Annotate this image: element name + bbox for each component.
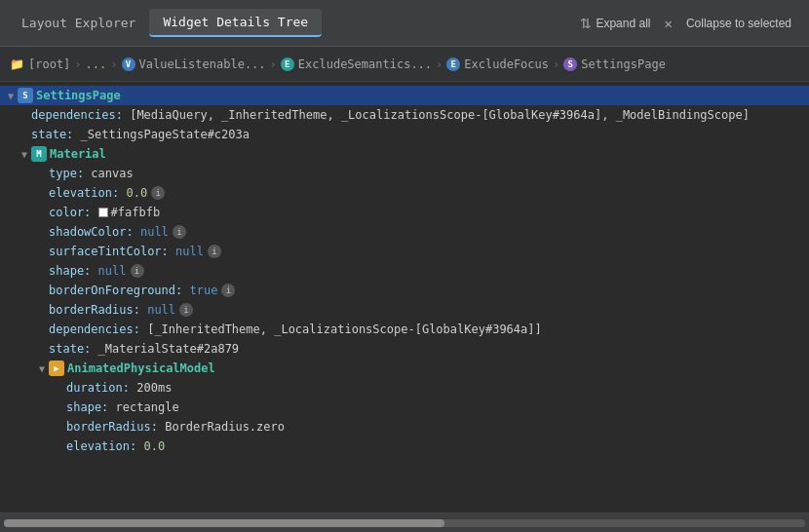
property-value: null bbox=[140, 225, 169, 239]
info-button[interactable]: i bbox=[131, 264, 144, 278]
folder-icon: 📁 bbox=[10, 57, 24, 71]
breadcrumb-sep-3: › bbox=[270, 57, 277, 71]
tree-row: borderRadius: null i bbox=[0, 300, 809, 320]
info-button[interactable]: i bbox=[221, 284, 235, 297]
property-value: _MaterialState#2a879 bbox=[98, 342, 240, 356]
property-value: 0.0 bbox=[143, 439, 165, 453]
tab-widget-details-tree[interactable]: Widget Details Tree bbox=[149, 9, 322, 37]
color-swatch bbox=[98, 208, 108, 217]
breadcrumb-ellipsis[interactable]: ... bbox=[86, 57, 107, 71]
collapse-label: Collapse to selected bbox=[686, 17, 791, 30]
tree-row: state: _MaterialState#2a879 bbox=[0, 339, 809, 359]
breadcrumb: 📁 [root] › ... › V ValueListenable... › … bbox=[0, 47, 809, 82]
tree-row: state: _SettingsPageState#c203a bbox=[0, 125, 809, 144]
tree-row: color: #fafbfb bbox=[0, 203, 809, 222]
property-value: null bbox=[147, 303, 175, 317]
info-button[interactable]: i bbox=[173, 225, 186, 239]
tree-row: dependencies: [_InheritedTheme, _Localiz… bbox=[0, 320, 809, 339]
breadcrumb-ellipsis-label: ... bbox=[86, 57, 107, 71]
tree-row[interactable]: ▶ AnimatedPhysicalModel bbox=[0, 359, 809, 378]
tree-row: shape: rectangle bbox=[0, 398, 809, 417]
breadcrumb-sep-2: › bbox=[110, 57, 117, 71]
info-button[interactable]: i bbox=[179, 303, 193, 317]
tree-row: duration: 200ms bbox=[0, 378, 809, 398]
tree-row: shadowColor: null i bbox=[0, 222, 809, 242]
expand-all-button[interactable]: ⇅ Expand all bbox=[570, 12, 660, 35]
horizontal-scrollbar[interactable] bbox=[0, 513, 809, 532]
tree-row: borderRadius: BorderRadius.zero bbox=[0, 417, 809, 437]
toggle-settingspage[interactable] bbox=[4, 89, 18, 102]
breadcrumb-valuelistenable-label: ValueListenable... bbox=[139, 57, 266, 71]
property-value: BorderRadius.zero bbox=[165, 420, 285, 434]
property-key: elevation: bbox=[49, 186, 119, 200]
property-key: dependencies: bbox=[31, 108, 123, 122]
property-key: shape: bbox=[66, 400, 108, 414]
badge-valuelistenable: V bbox=[122, 57, 135, 71]
property-value: #fafbfb bbox=[111, 206, 161, 219]
expand-all-label: Expand all bbox=[596, 17, 650, 30]
toolbar-actions: ⇅ Expand all ✕ Collapse to selected bbox=[570, 12, 801, 35]
info-button[interactable]: i bbox=[151, 186, 165, 200]
property-key: elevation: bbox=[66, 439, 136, 453]
badge-excludefocus: E bbox=[446, 57, 460, 71]
breadcrumb-sep-1: › bbox=[74, 57, 81, 71]
property-value: _SettingsPageState#c203a bbox=[81, 128, 250, 141]
property-key: type: bbox=[49, 167, 84, 180]
property-key: shape: bbox=[49, 264, 91, 278]
node-icon-settingspage: S bbox=[18, 88, 33, 103]
node-icon-material: M bbox=[31, 146, 47, 162]
breadcrumb-excludefocus-label: ExcludeFocus bbox=[464, 57, 549, 71]
property-value: null bbox=[175, 245, 204, 258]
breadcrumb-excludesemantics[interactable]: E ExcludeSemantics... bbox=[281, 57, 432, 71]
property-key: dependencies: bbox=[49, 323, 140, 336]
property-key: borderOnForeground: bbox=[49, 284, 182, 297]
expand-icon: ⇅ bbox=[580, 16, 592, 31]
property-value: null bbox=[98, 264, 127, 278]
toggle-animated-physical-model[interactable] bbox=[35, 361, 49, 375]
breadcrumb-excludesemantics-label: ExcludeSemantics... bbox=[298, 57, 432, 71]
breadcrumb-sep-4: › bbox=[436, 57, 443, 71]
property-key: state: bbox=[31, 128, 73, 141]
info-button[interactable]: i bbox=[208, 245, 221, 258]
property-value: [MediaQuery, _InheritedTheme, _Localizat… bbox=[130, 108, 750, 122]
node-name-settingspage: SettingsPage bbox=[36, 89, 121, 102]
scrollbar-track[interactable] bbox=[4, 519, 805, 527]
node-icon-animated: ▶ bbox=[49, 361, 64, 376]
tree-panel[interactable]: S SettingsPage dependencies: [MediaQuery… bbox=[0, 82, 809, 513]
toolbar: Layout Explorer Widget Details Tree ⇅ Ex… bbox=[0, 0, 809, 47]
breadcrumb-settingspage[interactable]: S SettingsPage bbox=[563, 57, 666, 71]
property-key: duration: bbox=[66, 381, 130, 395]
divider-icon: ✕ bbox=[664, 16, 672, 31]
tree-row: borderOnForeground: true i bbox=[0, 281, 809, 300]
property-key: state: bbox=[49, 342, 91, 356]
tree-row: type: canvas bbox=[0, 164, 809, 183]
property-key: color: bbox=[49, 206, 91, 219]
breadcrumb-root-label: [root] bbox=[28, 57, 70, 71]
tree-row: elevation: 0.0 i bbox=[0, 183, 809, 203]
scrollbar-thumb[interactable] bbox=[4, 519, 444, 527]
tree-row[interactable]: S SettingsPage bbox=[0, 86, 809, 105]
property-value: [_InheritedTheme, _LocalizationsScope-[G… bbox=[147, 323, 542, 336]
breadcrumb-valuelistenable[interactable]: V ValueListenable... bbox=[122, 57, 266, 71]
property-value: true bbox=[190, 284, 218, 297]
property-key: borderRadius: bbox=[49, 303, 140, 317]
property-value: 0.0 bbox=[126, 186, 147, 200]
property-key: shadowColor: bbox=[49, 225, 134, 239]
property-key: borderRadius: bbox=[66, 420, 158, 434]
badge-excludesemantics: E bbox=[281, 57, 294, 71]
node-name-material: Material bbox=[50, 147, 106, 161]
property-key: surfaceTintColor: bbox=[49, 245, 169, 258]
breadcrumb-sep-5: › bbox=[553, 57, 559, 71]
breadcrumb-excludefocus[interactable]: E ExcludeFocus bbox=[446, 57, 549, 71]
toggle-material[interactable] bbox=[18, 147, 31, 161]
breadcrumb-settingspage-label: SettingsPage bbox=[581, 57, 666, 71]
tab-layout-explorer[interactable]: Layout Explorer bbox=[8, 10, 149, 36]
property-value: 200ms bbox=[136, 381, 172, 395]
collapse-to-selected-button[interactable]: Collapse to selected bbox=[676, 13, 801, 34]
tree-row[interactable]: M Material bbox=[0, 144, 809, 164]
tree-row: dependencies: [MediaQuery, _InheritedThe… bbox=[0, 105, 809, 125]
tree-row: shape: null i bbox=[0, 261, 809, 281]
breadcrumb-root[interactable]: 📁 [root] bbox=[10, 57, 70, 71]
node-name-animated: AnimatedPhysicalModel bbox=[67, 361, 215, 375]
badge-settingspage: S bbox=[563, 57, 577, 71]
